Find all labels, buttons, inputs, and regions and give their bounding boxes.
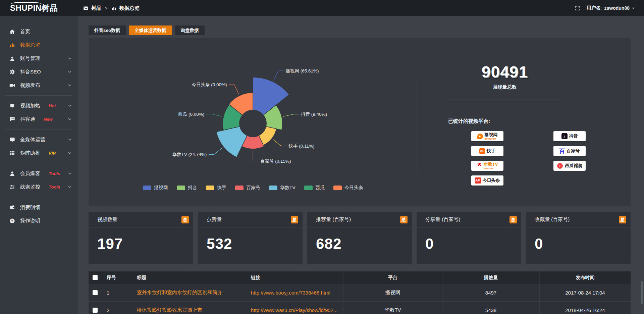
platform-name: 播视网 xyxy=(485,133,498,137)
platform-name: 百家号 xyxy=(567,149,580,153)
sidebar-item-douyin-seo[interactable]: 抖音SEO xyxy=(0,65,78,78)
stat-card-header: 收藏量 (百家号)总 xyxy=(526,212,631,227)
logo-arc-decoration xyxy=(11,2,42,6)
pie-label: 快手 (0.11%) xyxy=(288,144,314,149)
user-menu[interactable]: 用户名: zswodun88 xyxy=(587,5,635,11)
legend-label: 今日头条 xyxy=(344,185,363,191)
cell-plays: 8497 xyxy=(442,284,540,301)
legend-swatch xyxy=(143,186,151,190)
cell-link[interactable]: http://www.wasu.cn/Play/show/id/952... xyxy=(246,302,343,314)
stat-card-2: 推荐量 (百家号)总682 xyxy=(307,212,412,264)
platform-badge-douyin: ♪抖音 xyxy=(553,131,586,141)
stat-card-value: 197 xyxy=(89,227,193,252)
legend-swatch xyxy=(177,186,185,190)
scrollbar-thumb[interactable] xyxy=(641,281,643,304)
legend-label: 播视网 xyxy=(154,185,168,191)
pie-label-line xyxy=(229,85,239,95)
home-icon xyxy=(9,29,15,35)
legend-item-toutiao[interactable]: 今日头条 xyxy=(333,185,363,191)
table-header-row: 序号标题链接平台播放量发布时间 xyxy=(89,271,631,284)
sidebar-item-label: 视频加热 xyxy=(20,103,40,109)
username-label: 用户名: xyxy=(587,5,602,11)
toutiao-logo-icon: 头条 xyxy=(475,177,481,184)
stat-card-value: 0 xyxy=(417,227,521,252)
sidebar-item-label: 数据总览 xyxy=(20,42,40,48)
legend-item-xigua[interactable]: 西瓜 xyxy=(304,185,325,191)
platform-name: 西瓜视频 xyxy=(565,163,582,168)
platform-sub: boosj.com xyxy=(485,138,496,140)
legend-item-boshiwang[interactable]: 播视网 xyxy=(143,185,168,191)
sidebar-item-douketong[interactable]: 抖客通New xyxy=(0,112,78,126)
pie-label-line xyxy=(283,114,299,116)
pie-label: 抖音 (9.40%) xyxy=(301,112,327,117)
legend-item-huashutv[interactable]: 华数TV xyxy=(269,185,296,191)
header-cell-no: 序号 xyxy=(102,271,132,284)
sidebar-item-member-burst[interactable]: 会员爆客Tools xyxy=(0,167,78,180)
douyin-logo-icon: ♪ xyxy=(561,133,568,139)
gear-icon xyxy=(9,69,15,75)
header-cell-title: 标题 xyxy=(132,271,246,284)
baijiahao-logo-icon: 百 xyxy=(559,147,565,155)
row-checkbox[interactable] xyxy=(93,290,98,295)
sidebar-item-badge: New xyxy=(44,117,53,122)
chat-icon xyxy=(9,116,15,122)
wasu-logo-icon: * xyxy=(477,163,482,169)
cell-link[interactable]: http://www.boosj.com/7338468.html xyxy=(246,284,343,301)
legend-swatch xyxy=(304,186,313,190)
tab-inquiry-data[interactable]: 询盘数据 xyxy=(175,25,205,35)
total-badge: 总 xyxy=(400,216,408,223)
sidebar-item-account-manage[interactable]: 账号管理 xyxy=(0,52,78,65)
breadcrumb-current[interactable]: 数据总览 xyxy=(119,5,140,11)
pie-label: 百家号 (0.15%) xyxy=(260,159,291,164)
row-checkbox[interactable] xyxy=(93,308,98,313)
fullscreen-icon[interactable] xyxy=(575,6,580,11)
sliders-icon xyxy=(9,184,15,190)
legend-item-douyin[interactable]: 抖音 xyxy=(177,185,197,191)
videos-table: 序号标题链接平台播放量发布时间1室外水纹灯和室内水纹灯的区别和简介http://… xyxy=(89,271,631,314)
cell-title[interactable]: 楼体投影灯投影效果震撼上市 xyxy=(132,302,246,314)
breadcrumb-root[interactable]: 树品 xyxy=(91,5,101,11)
sidebar-divider xyxy=(5,95,72,96)
sidebar-item-media-ops[interactable]: 全媒体运营 xyxy=(0,133,78,146)
stat-card-header: 推荐量 (百家号)总 xyxy=(307,212,412,227)
cell-title[interactable]: 室外水纹灯和室内水纹灯的区别和简介 xyxy=(132,284,246,301)
sidebar-divider xyxy=(5,197,72,197)
pie-label-line xyxy=(274,71,284,81)
sidebar-item-video-heat[interactable]: 视频加热Hot xyxy=(0,99,78,112)
legend-item-baijiahao[interactable]: 百家号 xyxy=(235,185,260,191)
breadcrumb: 树品 > 数据总览 xyxy=(83,5,140,11)
question-icon xyxy=(9,218,15,224)
tab-douyin-seo-data[interactable]: 抖音seo数据 xyxy=(89,25,126,35)
sidebar-divider xyxy=(5,129,72,129)
sidebar-item-leads-monitor[interactable]: 线索监控Tools xyxy=(0,180,78,194)
tab-media-ops-data[interactable]: 全媒体运营数据 xyxy=(129,25,172,35)
chart-legend: 播视网抖音快手百家号华数TV西瓜今日头条 xyxy=(89,185,418,191)
summary-panel: 90491 展现量总数 已统计的视频平台: ▶播视网boosj.com快手*华数… xyxy=(418,38,631,206)
header-cell-plays: 播放量 xyxy=(442,271,540,284)
sidebar-item-consumption[interactable]: 消费明细 xyxy=(0,201,78,214)
platforms-column: ♪抖音百百家号◗西瓜视频 xyxy=(553,131,586,190)
sidebar-item-home[interactable]: 首页 xyxy=(0,25,78,38)
sidebar-item-matrix-boost[interactable]: 矩阵助推VIP xyxy=(0,146,78,160)
sidebar-item-badge: Tools xyxy=(49,185,60,190)
stat-cards-row: 视频数量总197点赞量总532推荐量 (百家号)总682分享量 (百家号)总0收… xyxy=(89,212,631,264)
sidebar-item-label: 矩阵助推 xyxy=(20,150,40,156)
stat-card-1: 点赞量总532 xyxy=(198,212,303,264)
sidebar-item-data-overview[interactable]: 数据总览 xyxy=(0,38,78,52)
user-icon xyxy=(9,56,15,61)
pie-label: 播视网 (65.61%) xyxy=(286,68,319,73)
sidebar-item-help[interactable]: 操作说明 xyxy=(0,214,78,227)
legend-label: 抖音 xyxy=(188,185,197,191)
legend-label: 华数TV xyxy=(280,185,296,191)
rose-chart-area: 播视网 (65.61%)抖音 (9.40%)快手 (0.11%)百家号 (0.1… xyxy=(89,38,418,206)
pie-label-line xyxy=(253,150,258,161)
select-all-checkbox[interactable] xyxy=(93,275,98,280)
legend-item-kuaishou[interactable]: 快手 xyxy=(206,185,226,191)
person-icon xyxy=(9,171,15,176)
sidebar-item-video-publish[interactable]: 视频发布 xyxy=(0,78,78,92)
xigua-logo-icon: ◗ xyxy=(557,163,563,169)
chevron-down-icon xyxy=(68,171,72,175)
pie-slice-huashutv[interactable] xyxy=(216,126,247,157)
screen-icon xyxy=(9,103,15,109)
platform-badge-boosj: ▶播视网boosj.com xyxy=(471,131,503,141)
